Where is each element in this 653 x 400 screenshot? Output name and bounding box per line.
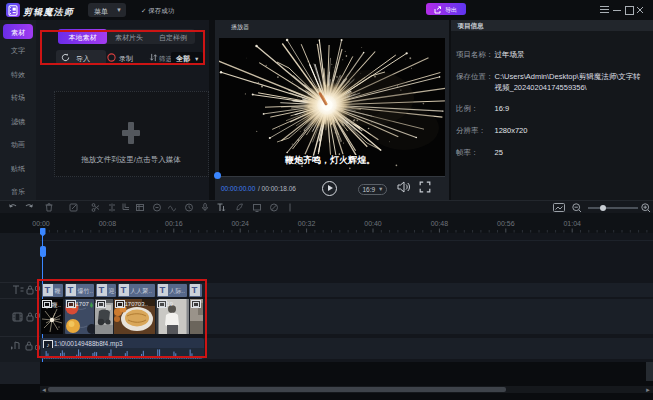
svg-text:鞭炮齐鸣，灯火辉煌。: 鞭炮齐鸣，灯火辉煌。 <box>284 154 375 165</box>
svg-text:00:08: 00:08 <box>99 220 117 227</box>
svg-text:00:00: 00:00 <box>32 220 50 227</box>
svg-text:00:24: 00:24 <box>231 220 249 227</box>
svg-text:00:16: 00:16 <box>165 220 183 227</box>
svg-text:00:48: 00:48 <box>431 220 449 227</box>
svg-text:00:32: 00:32 <box>298 220 316 227</box>
svg-text:00:56: 00:56 <box>497 220 515 227</box>
svg-text:00:40: 00:40 <box>364 220 382 227</box>
svg-text:01:04: 01:04 <box>563 220 581 227</box>
